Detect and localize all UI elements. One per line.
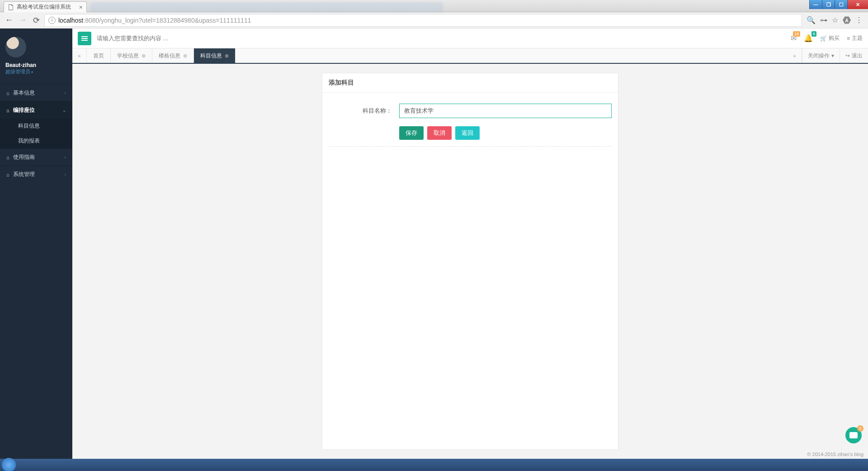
- file-icon: [8, 4, 14, 10]
- close-window-button[interactable]: ✕: [847, 0, 868, 9]
- restore-button[interactable]: ❐: [822, 0, 835, 9]
- browser-tab-strip: 高校考试座位编排系统 × — ❐ ☐ ✕: [0, 0, 868, 12]
- extension-icon[interactable]: [843, 16, 851, 24]
- browser-toolbar: ← → ⟳ i localhost:8080/yonghu_login?utel…: [0, 12, 868, 29]
- url-path: :8080/yonghu_login?utel=18312884980&upas…: [83, 17, 251, 24]
- star-icon[interactable]: ☆: [832, 16, 838, 24]
- tab-title: 高校考试座位编排系统: [17, 3, 71, 11]
- browser-tab-background[interactable]: [90, 2, 443, 12]
- window-controls: — ❐ ☐ ✕: [809, 0, 868, 9]
- forward-button[interactable]: →: [17, 15, 28, 26]
- reload-button[interactable]: ⟳: [31, 15, 42, 26]
- zoom-icon[interactable]: 🔍: [807, 16, 816, 24]
- minimize-button[interactable]: —: [809, 0, 822, 9]
- address-bar[interactable]: i localhost:8080/yonghu_login?utel=18312…: [44, 14, 802, 27]
- menu-icon[interactable]: ⋮: [855, 16, 863, 24]
- url-host: localhost: [58, 17, 83, 24]
- site-info-icon[interactable]: i: [48, 17, 56, 24]
- key-icon[interactable]: ⊶: [820, 16, 827, 24]
- close-icon[interactable]: ×: [79, 4, 83, 10]
- maximize-button[interactable]: ☐: [835, 0, 847, 9]
- browser-tab-active[interactable]: 高校考试座位编排系统 ×: [4, 1, 87, 12]
- back-button[interactable]: ←: [4, 15, 14, 26]
